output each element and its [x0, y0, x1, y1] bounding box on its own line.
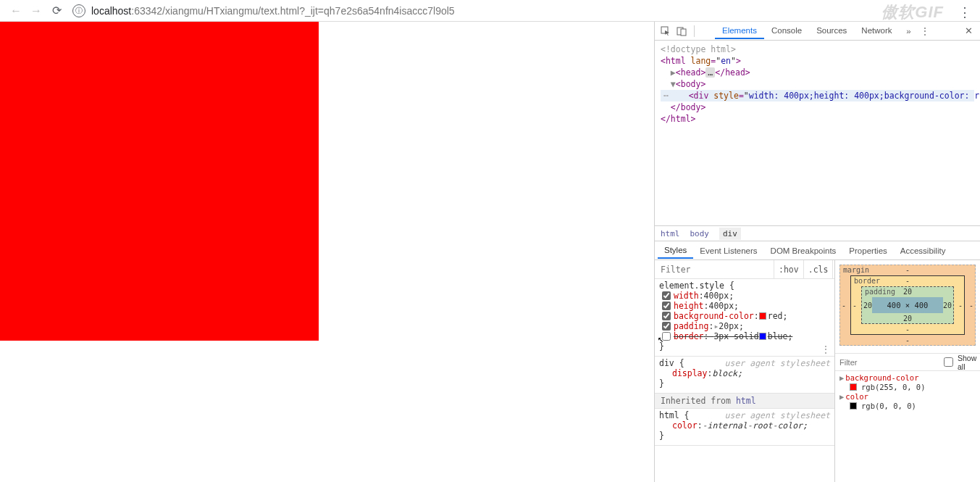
tab-console[interactable]: Console	[764, 23, 809, 39]
forward-button[interactable]: →	[26, 1, 46, 21]
computed-prop-name: background-color	[845, 373, 918, 382]
url-host: localhost	[91, 5, 131, 17]
crumb-body[interactable]: body	[690, 229, 710, 238]
browser-toolbar: ← → ⟳ ⓘ localhost:63342/xiangmu/HTxiangm…	[0, 0, 980, 22]
show-all-checkbox[interactable]	[944, 357, 953, 367]
devtools-close-icon[interactable]: ✕	[961, 25, 976, 36]
rule-html-ua[interactable]: user agent stylesheet html { color: -int…	[655, 409, 834, 446]
svg-rect-2	[681, 29, 686, 36]
ptab-event-listeners[interactable]: Event Listeners	[693, 244, 763, 258]
computed-list[interactable]: ▶background-color rgb(255, 0, 0) ▶color …	[835, 371, 980, 482]
rule-div-ua[interactable]: user agent stylesheet div { display: blo…	[655, 357, 834, 394]
tab-sources[interactable]: Sources	[809, 23, 854, 39]
color-swatch-icon	[850, 383, 857, 391]
prop-check-height[interactable]	[662, 302, 671, 310]
dom-doctype[interactable]: <!doctype html>	[661, 43, 974, 55]
expand-icon[interactable]: ▸	[713, 321, 719, 331]
ptab-dom-breakpoints[interactable]: DOM Breakpoints	[764, 244, 843, 258]
prop-name: background-color	[674, 311, 754, 321]
prop-check-border[interactable]	[662, 332, 671, 341]
devtools-menu-icon[interactable]: ⋮	[918, 26, 931, 36]
color-swatch-icon[interactable]	[759, 312, 766, 320]
prop-check-bg[interactable]	[662, 312, 671, 320]
dom-head[interactable]: ▶<head>…</head>	[661, 67, 974, 78]
dom-tree[interactable]: <!doctype html> <html lang="en"> ▶<head>…	[655, 41, 980, 225]
computed-value: rgb(0, 0, 0)	[839, 402, 976, 410]
show-all-label: Show all	[958, 354, 976, 371]
watermark-text: 傲软GIF	[881, 1, 944, 23]
back-button[interactable]: ←	[6, 1, 26, 21]
color-swatch-icon	[850, 402, 857, 410]
dom-selected-div[interactable]: ⋯ <div style="width: 400px;height: 400px…	[661, 90, 974, 101]
breadcrumb: html body div	[655, 225, 980, 241]
ua-stylesheet-label: user agent stylesheet	[725, 410, 830, 420]
bm-margin-label: margin	[843, 266, 869, 274]
url-path: /xiangmu/HTxiangmu/text.html?_ijt=qh7e2s…	[162, 5, 455, 17]
inspect-icon[interactable]	[659, 25, 672, 38]
computed-filter-input[interactable]	[839, 358, 939, 367]
dom-body-close[interactable]: </body>	[661, 101, 974, 113]
rule-element-style[interactable]: element.style { width: 400px; height: 40…	[655, 279, 834, 357]
site-info-icon[interactable]: ⓘ	[72, 4, 85, 17]
address-bar[interactable]: ⓘ localhost:63342/xiangmu/HTxiangmu/text…	[72, 1, 974, 21]
crumb-div[interactable]: div	[719, 228, 741, 240]
prop-value: red;	[768, 311, 788, 321]
computed-filter-bar: Show all	[835, 354, 980, 371]
red-div	[0, 22, 319, 341]
styles-filter-input[interactable]	[655, 265, 774, 275]
tab-elements[interactable]: Elements	[715, 23, 764, 39]
ptab-accessibility[interactable]: Accessibility	[894, 244, 952, 258]
devtools-toolbar: Elements Console Sources Network » ⋮ ✕	[655, 22, 980, 41]
prop-value: -internal-root-color;	[703, 420, 808, 431]
prop-value: 400px;	[708, 301, 739, 311]
prop-value: block;	[712, 368, 742, 378]
devtools-tabs: Elements Console Sources Network	[715, 23, 900, 39]
prop-value: 400px;	[704, 291, 734, 301]
reload-button[interactable]: ⟳	[46, 1, 67, 21]
tab-network[interactable]: Network	[854, 23, 899, 39]
tabs-overflow-icon[interactable]: »	[902, 27, 916, 36]
prop-name: display	[672, 368, 707, 378]
bm-padding-label: padding	[865, 288, 895, 296]
dom-body-open[interactable]: ▼<body>	[661, 78, 974, 90]
prop-name: height	[674, 301, 704, 311]
styles-panel-tabs: Styles Event Listeners DOM Breakpoints P…	[655, 241, 980, 260]
bm-border-label: border	[854, 277, 880, 285]
computed-item[interactable]: ▶background-color	[839, 373, 976, 383]
device-toggle-icon[interactable]	[675, 25, 688, 38]
computed-value: rgb(255, 0, 0)	[839, 383, 976, 391]
prop-name: padding	[674, 321, 708, 331]
url-port: :63342	[131, 5, 162, 17]
prop-name: border	[674, 331, 704, 341]
color-swatch-icon[interactable]	[759, 333, 766, 340]
rule-more-icon[interactable]: ⋮	[821, 344, 830, 354]
rule-close: }	[659, 341, 830, 352]
crumb-html[interactable]: html	[661, 229, 680, 238]
prop-value: 3px solid	[713, 331, 758, 341]
prop-name: color	[672, 420, 698, 431]
styles-filter-bar: :hov .cls +	[655, 260, 834, 279]
ptab-styles[interactable]: Styles	[658, 243, 693, 259]
rule-close: }	[659, 378, 830, 388]
inherited-from-bar: Inherited from html	[655, 394, 834, 409]
computed-item[interactable]: ▶color	[839, 391, 976, 402]
url-text: localhost:63342/xiangmu/HTxiangmu/text.h…	[91, 5, 455, 17]
prop-check-padding[interactable]	[662, 322, 671, 331]
ua-stylesheet-label: user agent stylesheet	[725, 358, 830, 368]
box-model[interactable]: margin - - - - border - - - -	[835, 260, 980, 354]
devtools-panel: Elements Console Sources Network » ⋮ ✕ <…	[654, 22, 980, 482]
dom-html-open[interactable]: <html lang="en">	[661, 55, 974, 67]
hov-toggle[interactable]: :hov	[774, 260, 803, 278]
selector-text: element.style {	[659, 281, 830, 291]
computed-pane: margin - - - - border - - - -	[835, 260, 980, 482]
styles-pane: :hov .cls + element.style { width: 400px…	[655, 260, 835, 482]
ptab-properties[interactable]: Properties	[842, 244, 893, 258]
prop-check-width[interactable]	[662, 291, 671, 300]
browser-menu-icon[interactable]: ⋮	[958, 4, 971, 20]
cls-toggle[interactable]: .cls	[803, 260, 833, 278]
inherited-tag[interactable]: html	[736, 396, 756, 406]
rule-close: }	[659, 431, 830, 441]
prop-name: width	[674, 291, 699, 301]
dom-html-close[interactable]: </html>	[661, 113, 974, 125]
prop-value: 20px;	[719, 321, 744, 331]
